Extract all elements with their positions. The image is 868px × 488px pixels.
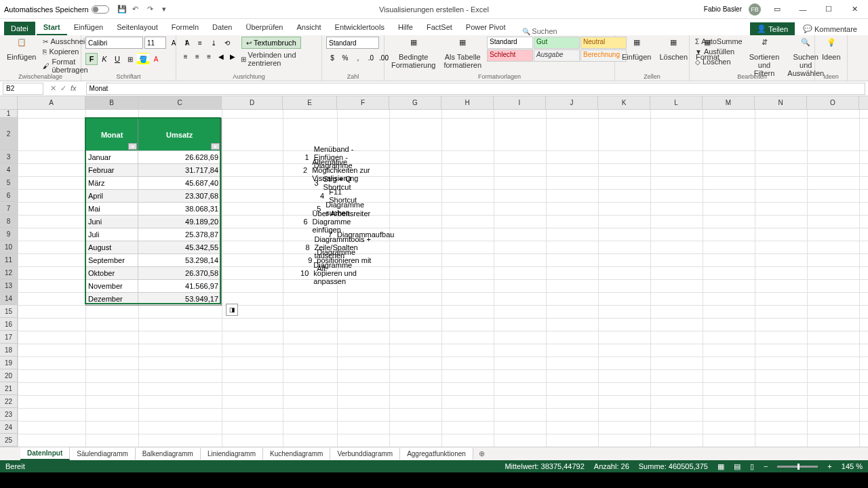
table-cell[interactable]: September <box>86 253 138 266</box>
table-cell[interactable]: Juni <box>86 215 138 228</box>
enter-icon[interactable]: ✓ <box>60 84 66 93</box>
format-table-button[interactable]: ▦Als Tabelle formatieren <box>441 37 484 70</box>
align-left-icon[interactable]: ≡ <box>180 50 191 62</box>
table-cell[interactable]: 25.378,87 <box>138 228 221 241</box>
row-header[interactable]: 2 <box>0 118 17 150</box>
zoom-in-icon[interactable]: + <box>827 462 831 470</box>
toggle-icon[interactable] <box>92 5 109 14</box>
sheet-tab[interactable]: Balkendiagramm <box>136 448 201 460</box>
table-cell[interactable]: 49.189,20 <box>138 215 221 228</box>
bold-button[interactable]: F <box>85 53 98 65</box>
tab-hilfe[interactable]: Hilfe <box>391 20 420 35</box>
row-header[interactable]: 24 <box>0 421 17 434</box>
delete-cells-button[interactable]: ▦Löschen <box>656 37 690 62</box>
view-normal-icon[interactable]: ▦ <box>717 462 724 471</box>
tab-factset[interactable]: FactSet <box>420 20 459 35</box>
view-pagebreak-icon[interactable]: ▯ <box>750 462 754 471</box>
column-header[interactable]: L <box>650 96 703 109</box>
row-header[interactable]: 18 <box>0 344 17 357</box>
row-header[interactable]: 3 <box>0 150 17 163</box>
row-header[interactable]: 21 <box>0 382 17 395</box>
row-header[interactable]: 7 <box>0 202 17 215</box>
column-header[interactable]: B <box>85 96 138 109</box>
tab-formeln[interactable]: Formeln <box>165 20 205 35</box>
row-header[interactable]: 10 <box>0 241 17 253</box>
note-number[interactable]: 1 <box>283 150 312 163</box>
indent-inc-icon[interactable]: ▶ <box>227 50 237 62</box>
redo-icon[interactable]: ↷ <box>147 5 157 14</box>
close-icon[interactable]: ✕ <box>845 3 864 16</box>
tab-einfügen[interactable]: Einfügen <box>67 20 110 35</box>
style-ausgabe[interactable]: Ausgabe <box>534 49 580 62</box>
align-bottom-icon[interactable]: ⤓ <box>208 37 220 49</box>
underline-button[interactable]: U <box>111 53 123 65</box>
column-header[interactable]: G <box>389 96 441 109</box>
row-header[interactable]: 6 <box>0 189 17 202</box>
column-header[interactable]: A <box>18 96 85 109</box>
row-header[interactable]: 25 <box>0 434 17 447</box>
wrap-text-button[interactable]: ↩ Textumbruch <box>241 37 301 49</box>
tab-ansicht[interactable]: Ansicht <box>290 20 328 35</box>
style-schlecht[interactable]: Schlecht <box>487 49 533 62</box>
number-format-select[interactable] <box>326 37 379 49</box>
fill-color-button[interactable]: 🪣 <box>137 53 149 65</box>
sheet-tab[interactable]: Aggregatfunktionen <box>400 448 473 460</box>
row-header[interactable]: 19 <box>0 357 17 369</box>
comments-button[interactable]: 💬 Kommentare <box>797 22 863 35</box>
row-header[interactable]: 17 <box>0 331 17 344</box>
table-cell[interactable]: 23.307,68 <box>138 189 221 202</box>
table-cell[interactable]: März <box>86 176 138 189</box>
note-number[interactable]: 3 <box>283 176 321 189</box>
note-number[interactable]: 2 <box>283 163 310 176</box>
comma-icon[interactable]: , <box>352 52 364 64</box>
ideas-button[interactable]: 💡Ideen <box>819 37 844 62</box>
share-button[interactable]: 👤 Teilen <box>750 22 795 35</box>
name-box[interactable] <box>3 83 43 95</box>
style-standard[interactable]: Standard <box>487 37 533 49</box>
row-header[interactable]: 23 <box>0 408 17 421</box>
table-cell[interactable]: Februar <box>86 163 138 176</box>
column-header[interactable]: M <box>703 96 755 109</box>
merge-button[interactable]: ⊞ Verbinden und zentrieren <box>239 50 317 68</box>
row-header[interactable]: 8 <box>0 215 17 228</box>
minimize-icon[interactable]: — <box>793 3 812 16</box>
column-header[interactable]: C <box>138 96 222 109</box>
ribbon-options-icon[interactable]: ▭ <box>768 3 787 16</box>
fill-button[interactable]: ▼ Ausfüllen <box>694 47 744 56</box>
undo-icon[interactable]: ↶ <box>132 5 142 14</box>
row-header[interactable]: 14 <box>0 292 17 305</box>
column-header[interactable]: O <box>807 96 859 109</box>
table-cell[interactable]: April <box>86 189 138 202</box>
paste-button[interactable]: 📋Einfügen <box>4 37 39 62</box>
zoom-level[interactable]: 145 % <box>842 462 863 470</box>
table-cell[interactable]: Juli <box>86 228 138 241</box>
filter-arrow-icon[interactable]: ▼ <box>211 143 220 150</box>
note-number[interactable]: 6 <box>283 215 311 228</box>
table-cell[interactable]: August <box>86 241 138 253</box>
currency-icon[interactable]: $ <box>326 52 338 64</box>
insert-cells-button[interactable]: ▦Einfügen <box>619 37 654 62</box>
sheet-tab[interactable]: DatenInput <box>20 447 70 460</box>
tab-file[interactable]: Datei <box>4 22 35 35</box>
clear-button[interactable]: ◇ Löschen <box>694 57 744 66</box>
tab-power pivot[interactable]: Power Pivot <box>459 20 513 35</box>
table-cell[interactable]: 38.068,31 <box>138 202 221 215</box>
inc-decimal-icon[interactable]: .0 <box>365 52 377 64</box>
zoom-out-icon[interactable]: − <box>764 462 768 470</box>
align-middle-icon[interactable]: ≡ <box>194 37 206 49</box>
style-gut[interactable]: Gut <box>534 37 580 49</box>
font-color-button[interactable]: A <box>150 53 162 65</box>
table-cell[interactable]: Dezember <box>86 292 138 305</box>
note-number[interactable]: 8 <box>283 241 313 253</box>
row-header[interactable]: 15 <box>0 305 17 318</box>
save-icon[interactable]: 💾 <box>117 5 127 14</box>
formula-bar[interactable] <box>86 83 865 95</box>
font-select[interactable] <box>85 37 143 49</box>
table-cell[interactable]: 53.298,14 <box>138 253 221 266</box>
sheet-tab[interactable]: Säulendiagramm <box>70 448 136 460</box>
sheet-tab[interactable]: Kuchendiagramm <box>263 448 330 460</box>
fx-icon[interactable]: fx <box>71 84 77 93</box>
orientation-icon[interactable]: ⟲ <box>221 37 233 49</box>
table-cell[interactable]: Mai <box>86 202 138 215</box>
align-top-icon[interactable]: ⤒ <box>180 37 193 49</box>
